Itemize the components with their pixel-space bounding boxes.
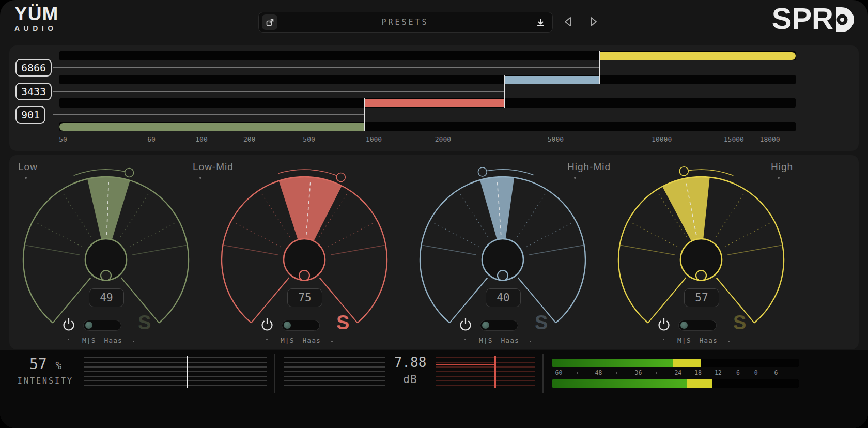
- meter-fill-green: [552, 379, 687, 388]
- haas-slider-track[interactable]: [284, 357, 385, 387]
- ms-haas-toggle-high-mid[interactable]: [480, 320, 518, 331]
- plugin-logo-d-glyph: [835, 6, 855, 33]
- solo-button-low-mid[interactable]: S: [336, 311, 349, 334]
- prev-preset-button[interactable]: [561, 15, 576, 29]
- meter-fill-yellow: [673, 359, 701, 367]
- spectrum-segment-low-mid[interactable]: [364, 99, 505, 107]
- power-dot: [68, 339, 69, 340]
- freq-tick-label: 5000: [548, 135, 564, 143]
- gauge-grid-line: [132, 246, 186, 255]
- db-slider-fill: [436, 364, 495, 365]
- gauge-grid-line: [716, 194, 743, 237]
- crossover-value-3433[interactable]: 3433: [16, 83, 52, 100]
- crossover-link-line: [53, 91, 505, 92]
- gauge-pointer-handle[interactable]: [478, 167, 487, 176]
- intensity-slider[interactable]: [84, 357, 267, 387]
- meter-scale-label: 6: [774, 369, 778, 376]
- meter-scale-label: 0: [754, 369, 758, 376]
- gauge-grid-line: [64, 194, 91, 237]
- solo-button-high-mid[interactable]: S: [535, 311, 548, 334]
- power-button-high-mid[interactable]: [457, 317, 474, 334]
- crossover-value-6866[interactable]: 6866: [16, 59, 52, 77]
- header: YÜM AUDIO PRESETS: [0, 0, 868, 45]
- gauge-pointer-handle[interactable]: [125, 168, 134, 177]
- spectrum-segment-high[interactable]: [599, 52, 796, 60]
- db-slider-handle[interactable]: [494, 356, 496, 388]
- presets-bar[interactable]: PRESETS: [258, 12, 553, 33]
- freq-tick-label: 100: [195, 135, 207, 143]
- brand-sub-text: AUDIO: [14, 24, 58, 33]
- plugin-logo: SPR: [772, 3, 855, 34]
- gauge-notch-edge: [251, 278, 289, 323]
- next-preset-button[interactable]: [586, 15, 600, 29]
- intensity-number: 57: [29, 356, 47, 373]
- freq-tick-label: 10000: [652, 135, 672, 143]
- ms-haas-toggle-low[interactable]: [83, 320, 121, 331]
- gauge-grid-line: [331, 246, 384, 255]
- power-icon: [61, 317, 76, 333]
- power-dot: [663, 339, 664, 340]
- crossover-link-line: [53, 67, 599, 68]
- gauge-grid-line: [529, 246, 583, 255]
- ms-label: M|S: [281, 337, 294, 344]
- gauge-pointer-handle[interactable]: [679, 167, 688, 176]
- crossover-value-901[interactable]: 901: [16, 106, 45, 124]
- preset-download-button[interactable]: [533, 14, 548, 30]
- crossover-handle-901[interactable]: [364, 98, 365, 131]
- export-icon: [266, 18, 274, 27]
- level-meters: -60-48-36-24-18-12-606: [552, 359, 799, 391]
- haas-label: Haas: [501, 337, 519, 344]
- preset-save-button[interactable]: [262, 14, 277, 30]
- gauge-grid-line: [517, 194, 545, 237]
- spread-value-high[interactable]: 57: [684, 288, 719, 307]
- db-slider[interactable]: [436, 357, 535, 387]
- presets-label[interactable]: PRESETS: [277, 18, 533, 27]
- spread-value-low-mid[interactable]: 75: [287, 288, 322, 307]
- db-unit: dB: [385, 373, 436, 386]
- solo-dot: [728, 341, 730, 342]
- toggle-knob[interactable]: [680, 322, 688, 329]
- power-button-high[interactable]: [655, 317, 673, 334]
- gauge-grid-line: [526, 223, 571, 247]
- ms-label: M|S: [677, 337, 691, 344]
- gauge-pointer-handle[interactable]: [336, 173, 345, 182]
- db-value: 7.88: [385, 355, 436, 370]
- crossover-handle-3433[interactable]: [504, 75, 505, 108]
- spread-value-low[interactable]: 49: [89, 288, 124, 307]
- intensity-label: INTENSITY: [16, 376, 75, 386]
- power-icon: [656, 317, 672, 333]
- gauge-grid-line: [621, 246, 674, 255]
- meter-fill-yellow: [687, 379, 712, 388]
- level-meter-top: [552, 359, 799, 367]
- plugin-logo-text: SPR: [772, 3, 833, 34]
- toggle-knob[interactable]: [85, 322, 92, 329]
- spectrum-segment-low[interactable]: [59, 123, 364, 131]
- freq-tick-label: 60: [147, 135, 156, 143]
- ms-haas-labels: M|SHaas: [82, 337, 122, 344]
- pointer-arc: [483, 170, 534, 175]
- crossover-handle-6866[interactable]: [599, 51, 600, 84]
- solo-button-high[interactable]: S: [733, 311, 746, 334]
- spectrum-segment-high-mid[interactable]: [505, 76, 599, 84]
- spread-value-high-mid[interactable]: 40: [486, 288, 521, 307]
- power-button-low[interactable]: [60, 317, 78, 334]
- meter-scale-label: -60: [552, 369, 563, 376]
- meter-scale-label: -18: [691, 369, 702, 376]
- pointer-arc: [278, 170, 341, 177]
- spectrum-panel: 6866343390150601002005001000200050001000…: [9, 45, 859, 151]
- gauge-notch-edge: [450, 278, 487, 323]
- intensity-unit: %: [56, 360, 61, 371]
- gauge-grid-line: [130, 223, 175, 247]
- power-button-low-mid[interactable]: [258, 317, 276, 334]
- toggle-knob[interactable]: [482, 322, 489, 329]
- ms-haas-toggle-low-mid[interactable]: [282, 320, 320, 331]
- toggle-knob[interactable]: [284, 322, 291, 329]
- ms-label: M|S: [479, 337, 492, 344]
- gauge-grid-line: [435, 223, 479, 247]
- ms-haas-toggle-high[interactable]: [678, 320, 717, 331]
- gauge-grid-line: [120, 194, 148, 237]
- intensity-slider-handle[interactable]: [187, 356, 188, 388]
- gauge-grid-line: [633, 223, 678, 247]
- solo-button-low[interactable]: S: [138, 311, 151, 334]
- knob-notch: [299, 270, 309, 281]
